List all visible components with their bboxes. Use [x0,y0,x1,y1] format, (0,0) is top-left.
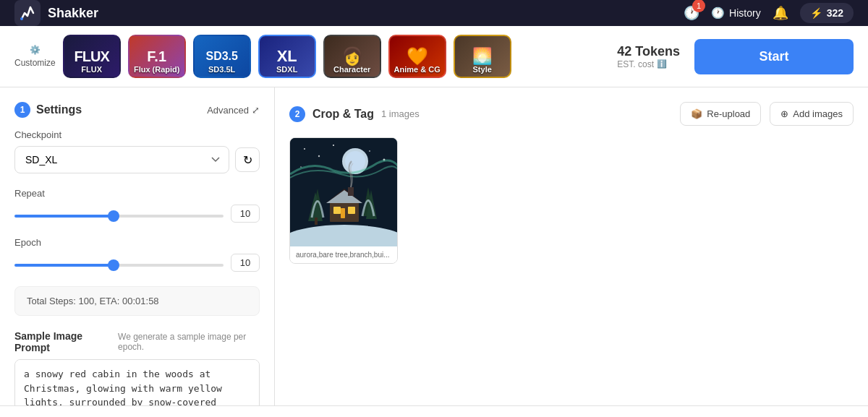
sliders-icon: ⚙️ [30,45,41,55]
notification-bell[interactable]: 🕐 1 [684,5,699,21]
epoch-section: Epoch 10 [14,237,260,272]
est-cost: EST. cost ℹ️ [617,59,680,69]
svg-rect-21 [348,207,355,214]
model-flux-rapid-label: Flux (Rapid) [129,65,184,74]
history-label: History [729,7,761,19]
cabin-scene-svg [290,138,397,246]
crop-bar: Cropping Focus ▾ Crop size 1024*1024 ▾ T… [0,405,868,417]
epoch-slider-row: 10 [14,254,260,272]
crop-tag-title: 2 Crop & Tag 1 images [289,106,420,122]
notification-button[interactable]: 🔔 [773,5,788,21]
model-tab-character[interactable]: 👩 Character [323,35,381,78]
add-images-label: Add images [793,108,843,119]
expand-icon: ⤢ [252,105,260,116]
logo-icon [14,0,41,26]
step-2-badge: 2 [289,106,305,122]
model-tab-anime[interactable]: 🧡 Anime & CG [388,35,446,78]
right-actions: 📦 Re-upload ⊕ Add images [680,102,854,126]
images-count: 1 images [381,108,420,119]
header: Shakker 🕐 1 🕐 History 🔔 ⚡ 322 [0,0,868,26]
header-right: 🕐 1 🕐 History 🔔 ⚡ 322 [684,3,854,23]
svg-point-8 [369,150,370,152]
info-icon: ℹ️ [657,59,667,69]
crop-tag-label: Crop & Tag [312,108,374,121]
tokens-info: 42 Tokens EST. cost ℹ️ [617,44,680,69]
settings-title: 1 Settings [14,102,82,118]
model-anime-label: Anime & CG [390,65,445,74]
sample-prompt-hint: We generate a sample image per epoch. [118,332,260,352]
checkpoint-select[interactable]: SD_XL [14,146,229,173]
image-tags: aurora,bare tree,branch,bui... [290,246,397,263]
svg-rect-14 [315,218,318,225]
settings-panel: 1 Settings Advanced ⤢ Checkpoint SD_XL ↻… [0,87,275,405]
checkpoint-label: Checkpoint [14,129,260,140]
add-images-button[interactable]: ⊕ Add images [770,102,854,126]
model-tab-flux[interactable]: FLUX FLUX [63,35,121,78]
svg-rect-22 [341,208,345,218]
steps-info-text: Total Steps: 100, ETA: 00:01:58 [27,296,159,306]
refresh-button[interactable]: ↻ [235,147,260,172]
lightning-icon: ⚡ [810,7,822,19]
repeat-slider[interactable] [14,215,224,218]
model-tab-sd35[interactable]: SD3.5 SD3.5L [193,35,251,78]
sample-prompt-header: Sample Image Prompt We generate a sample… [14,330,260,353]
customize-label: Customize [14,58,56,68]
model-character-label: Character [325,65,380,74]
model-flux-label: FLUX [64,65,119,74]
logo-text: Shakker [48,6,98,21]
history-icon: 🕐 [711,7,725,20]
logo: Shakker [14,0,98,26]
model-style-label: Style [455,65,510,74]
tokens-count: 322 [827,7,843,19]
svg-point-1 [20,17,23,20]
image-thumbnail [290,138,397,246]
prompt-textarea[interactable]: a snowy red cabin in the woods at Christ… [14,359,260,405]
step-1-badge: 1 [14,102,30,118]
model-sd35-label: SD3.5L [195,65,250,74]
model-tab-style[interactable]: 🌅 Style [454,35,511,78]
settings-header: 1 Settings Advanced ⤢ [14,102,260,118]
model-tab-sdxl[interactable]: XL SDXL [258,35,316,78]
repeat-section: Repeat 10 [14,188,260,223]
tokens-amount: 42 Tokens [617,44,680,59]
repeat-slider-container [14,208,224,220]
start-button[interactable]: Start [694,39,854,74]
epoch-slider-container [14,257,224,269]
upload-icon: 📦 [691,108,702,119]
image-card[interactable]: 1024*1024 [289,137,398,264]
svg-point-4 [345,151,365,171]
model-bar: ⚙️ Customize FLUX FLUX F.1 Flux (Rapid) … [0,26,868,87]
repeat-label: Repeat [14,188,260,199]
settings-label: Settings [36,103,82,116]
model-tab-flux-rapid[interactable]: F.1 Flux (Rapid) [128,35,186,78]
reupload-button[interactable]: 📦 Re-upload [680,102,761,126]
est-label: EST. cost [617,59,654,69]
steps-info: Total Steps: 100, ETA: 00:01:58 [14,286,260,316]
crop-tag-panel: 2 Crop & Tag 1 images 📦 Re-upload ⊕ Add … [275,87,868,405]
svg-rect-0 [14,0,41,26]
tokens-button[interactable]: ⚡ 322 [800,3,854,23]
sample-prompt-title: Sample Image Prompt [14,330,111,353]
tokens-action-area: 42 Tokens EST. cost ℹ️ Start [617,39,854,74]
epoch-slider[interactable] [14,264,224,267]
advanced-button[interactable]: Advanced ⤢ [207,105,260,116]
refresh-icon: ↻ [243,153,252,167]
image-grid: 1024*1024 [289,137,854,264]
checkpoint-row: SD_XL ↻ [14,146,260,173]
history-button[interactable]: 🕐 History [711,7,761,20]
repeat-value: 10 [231,205,260,223]
model-sdxl-label: SDXL [260,65,315,74]
svg-point-5 [304,148,305,150]
customize-button[interactable]: ⚙️ Customize [14,45,56,68]
repeat-slider-row: 10 [14,205,260,223]
epoch-value: 10 [231,254,260,272]
svg-point-6 [318,155,320,157]
advanced-label: Advanced [207,105,249,116]
bell-icon: 🔔 [773,6,788,20]
main-content: 1 Settings Advanced ⤢ Checkpoint SD_XL ↻… [0,87,868,405]
model-tabs-area: ⚙️ Customize FLUX FLUX F.1 Flux (Rapid) … [14,35,617,78]
epoch-label: Epoch [14,237,260,248]
svg-rect-20 [333,207,341,214]
svg-point-7 [333,145,334,146]
crop-tag-header: 2 Crop & Tag 1 images 📦 Re-upload ⊕ Add … [289,102,854,126]
